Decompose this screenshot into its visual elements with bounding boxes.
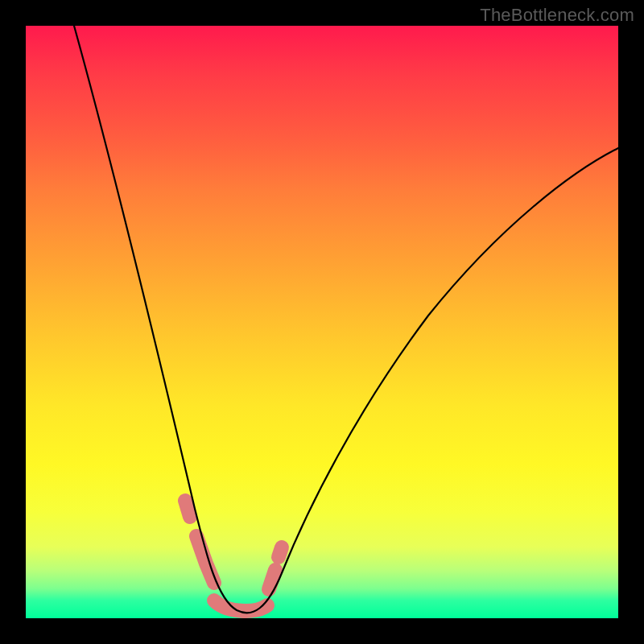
highlight-left-descent <box>185 501 214 583</box>
watermark-text: TheBottleneck.com <box>480 5 634 26</box>
bottleneck-curve-line <box>74 26 618 613</box>
plot-area <box>26 26 618 618</box>
highlight-right-ascent <box>269 547 282 589</box>
chart-frame: TheBottleneck.com <box>0 0 644 644</box>
bottleneck-curve-svg <box>26 26 618 618</box>
